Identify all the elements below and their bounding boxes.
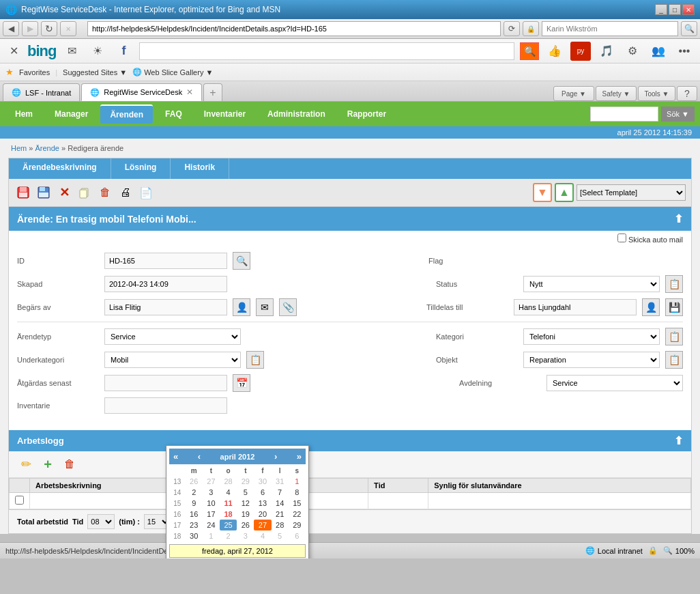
- cal-day[interactable]: 26: [186, 476, 203, 487]
- tab-losning[interactable]: Lösning: [111, 158, 171, 179]
- cal-day[interactable]: 24: [203, 520, 220, 531]
- inventory-input[interactable]: [104, 397, 227, 414]
- nav-hem[interactable]: Hem: [5, 105, 42, 123]
- cal-day[interactable]: 3: [237, 531, 254, 541]
- collapse-button[interactable]: ⬆: [674, 212, 683, 225]
- cal-day[interactable]: 28: [272, 520, 289, 531]
- arrow-down-button[interactable]: ▼: [533, 183, 552, 202]
- cal-day[interactable]: 6: [289, 531, 306, 541]
- export-icon[interactable]: 📄: [137, 184, 155, 201]
- close-button[interactable]: ✕: [682, 4, 695, 15]
- status-select[interactable]: Nytt Pågående Löst Stängt: [523, 276, 660, 292]
- cal-day[interactable]: 31: [272, 476, 289, 487]
- mail-icon[interactable]: ✉: [61, 42, 82, 61]
- cal-prev[interactable]: ‹: [198, 451, 201, 462]
- page-button[interactable]: Page ▼: [553, 86, 594, 101]
- more-icon[interactable]: •••: [674, 42, 695, 61]
- cal-day[interactable]: 1: [289, 476, 306, 487]
- cal-day[interactable]: 9: [186, 498, 203, 509]
- favorites-label[interactable]: Favorites: [19, 68, 50, 76]
- cal-day[interactable]: 23: [186, 520, 203, 531]
- media-icon[interactable]: 🎵: [596, 42, 617, 61]
- actionby-input[interactable]: [104, 375, 227, 391]
- cal-day[interactable]: 26: [237, 520, 254, 531]
- nav-inventarier[interactable]: Inventarier: [194, 105, 255, 123]
- cal-day[interactable]: 13: [254, 498, 271, 509]
- category-select[interactable]: Telefoni Hårdvara Mjukvara: [523, 328, 660, 345]
- requestedby-input[interactable]: [104, 299, 227, 315]
- cal-day[interactable]: 5: [272, 531, 289, 541]
- cal-day[interactable]: 20: [254, 509, 271, 520]
- window-controls[interactable]: _ □ ✕: [655, 4, 695, 15]
- nav-search-button[interactable]: Sök ▼: [661, 107, 695, 122]
- nav-manager[interactable]: Manager: [45, 105, 98, 123]
- tab-close-button[interactable]: ✕: [186, 87, 193, 97]
- tab-lsf-intranat[interactable]: 🌐 LSF - Intranat: [3, 83, 80, 101]
- cal-next[interactable]: ›: [274, 451, 277, 462]
- object-copy-icon[interactable]: 📋: [665, 351, 683, 369]
- cal-day[interactable]: 5: [237, 487, 254, 498]
- cal-day[interactable]: 12: [237, 498, 254, 509]
- help-button[interactable]: ?: [677, 86, 697, 101]
- people-icon[interactable]: 👥: [648, 42, 669, 61]
- cal-day[interactable]: 7: [272, 487, 289, 498]
- py-icon[interactable]: py: [570, 42, 591, 61]
- cal-day[interactable]: 2: [186, 487, 203, 498]
- assignedto-save-icon[interactable]: 💾: [665, 298, 683, 316]
- search-icon[interactable]: 🔍: [233, 252, 250, 270]
- nav-search-input[interactable]: [590, 107, 658, 122]
- bing-back-btn[interactable]: ✕: [5, 44, 22, 59]
- cal-prev-prev[interactable]: «: [173, 451, 178, 462]
- id-input[interactable]: [104, 253, 227, 269]
- cal-day[interactable]: 30: [254, 476, 271, 487]
- tab-historik[interactable]: Historik: [171, 158, 229, 179]
- cal-day[interactable]: 3: [203, 487, 220, 498]
- cal-day[interactable]: 29: [237, 476, 254, 487]
- hour-select[interactable]: 08: [87, 514, 115, 529]
- cal-day[interactable]: 27: [203, 476, 220, 487]
- attach-icon[interactable]: 📎: [279, 298, 297, 316]
- print-icon[interactable]: 🖨: [117, 184, 134, 201]
- bing-search-button[interactable]: 🔍: [520, 42, 539, 60]
- browser-search-button[interactable]: 🔍: [681, 21, 697, 36]
- tab-regitwise[interactable]: 🌐 RegitWise ServiceDesk ✕: [81, 83, 202, 101]
- cal-day[interactable]: 22: [289, 509, 306, 520]
- cal-day[interactable]: 2: [220, 531, 237, 541]
- cal-day[interactable]: 30: [186, 531, 203, 541]
- worklog-row-checkbox-cell[interactable]: [10, 493, 30, 509]
- tab-new[interactable]: +: [203, 83, 222, 101]
- automail-checkbox[interactable]: [617, 234, 626, 242]
- go-button[interactable]: ⟳: [504, 21, 520, 36]
- browser-search-input[interactable]: [542, 21, 678, 36]
- nav-rapporter[interactable]: Rapporter: [338, 105, 396, 123]
- forward-button[interactable]: ▶: [22, 21, 38, 36]
- cal-day[interactable]: 15: [289, 498, 306, 509]
- cal-day[interactable]: 4: [220, 487, 237, 498]
- safety-button[interactable]: Safety ▼: [596, 86, 637, 101]
- worklog-add-icon[interactable]: +: [39, 455, 57, 473]
- cal-day[interactable]: 21: [272, 509, 289, 520]
- tools-button[interactable]: Tools ▼: [638, 86, 675, 101]
- cal-day[interactable]: 16: [186, 509, 203, 520]
- cancel-icon[interactable]: ✕: [55, 184, 73, 201]
- template-select[interactable]: [Select Template]: [577, 184, 686, 201]
- cal-day[interactable]: 4: [254, 531, 271, 541]
- cal-day[interactable]: 19: [237, 509, 254, 520]
- category-copy-icon[interactable]: 📋: [665, 328, 683, 345]
- cal-day[interactable]: 17: [203, 509, 220, 520]
- reload-button[interactable]: ↻: [41, 21, 57, 36]
- bing-search-input[interactable]: [139, 42, 514, 60]
- cal-day-selected[interactable]: 27: [254, 520, 271, 531]
- created-input[interactable]: [104, 276, 227, 292]
- person-search-icon[interactable]: 👤: [233, 298, 250, 316]
- suggested-sites[interactable]: Suggested Sites ▼: [63, 68, 127, 76]
- refresh-security-button[interactable]: 🔒: [523, 21, 539, 36]
- worklog-edit-icon[interactable]: ✏: [17, 455, 35, 473]
- facebook-icon[interactable]: f: [113, 42, 134, 61]
- cal-day[interactable]: 10: [203, 498, 220, 509]
- web-slice-gallery[interactable]: 🌐 Web Slice Gallery ▼: [132, 68, 213, 76]
- department-select[interactable]: Service IT HR: [546, 375, 683, 391]
- cal-day[interactable]: 8: [289, 487, 306, 498]
- object-select[interactable]: Reparation Nyköp: [523, 352, 660, 368]
- assignedto-input[interactable]: [514, 299, 637, 315]
